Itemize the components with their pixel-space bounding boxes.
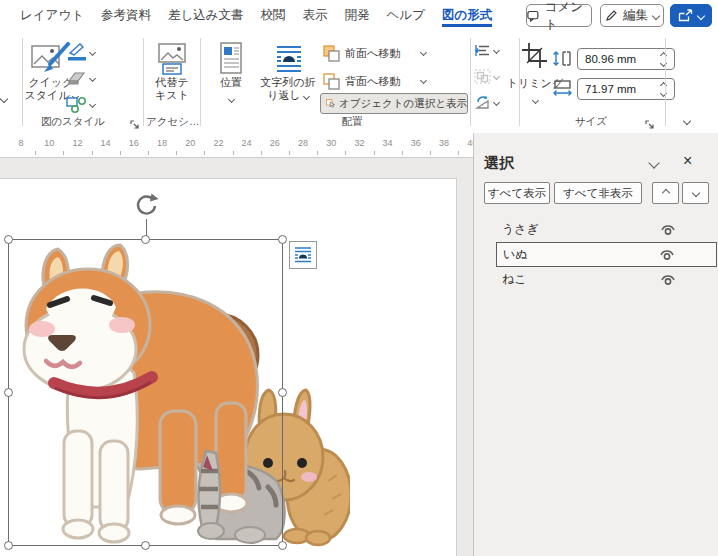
move-up-button[interactable] (652, 182, 679, 204)
ruler-number: 32 (350, 138, 368, 148)
layer-name: いぬ (497, 246, 658, 263)
ruler-number: 24 (238, 138, 256, 148)
wrap-text-button[interactable]: 文字列の折 り返し (252, 76, 324, 102)
rotate-objects-button[interactable] (474, 95, 491, 114)
rotate-handle[interactable] (133, 192, 160, 223)
picture-effects-button[interactable] (66, 69, 88, 91)
selection-pane-icon (326, 96, 335, 111)
position-label: 位置 (206, 76, 256, 89)
resize-handle-top-center[interactable] (141, 235, 150, 244)
document-canvas (0, 158, 473, 556)
picture-selection-rect[interactable] (8, 239, 283, 546)
chevron-down-icon[interactable] (89, 75, 96, 82)
resize-handle-middle-right[interactable] (278, 388, 287, 397)
tab-help[interactable]: ヘルプ (387, 3, 425, 27)
selection-task-pane: 選択 × すべて表示 すべて非表示 うさぎ いぬ ねこ (473, 133, 718, 556)
hide-all-button[interactable]: すべて非表示 (554, 182, 642, 204)
ruler-number: 28 (294, 138, 312, 148)
tab-picture-format[interactable]: 図の形式 (442, 3, 492, 27)
document-page[interactable] (0, 178, 457, 556)
alt-text-icon (158, 43, 188, 80)
chevron-down-icon[interactable] (89, 49, 96, 56)
tab-layout[interactable]: レイアウト (20, 3, 84, 27)
pane-title: 選択 (484, 154, 514, 173)
send-backward-button[interactable]: 背面へ移動 (323, 73, 400, 90)
ruler-tick (374, 151, 375, 155)
ruler-number: 16 (125, 138, 143, 148)
position-icon (220, 42, 242, 78)
dialog-launcher-icon[interactable] (645, 116, 655, 134)
layer-name: うさぎ (496, 221, 659, 238)
tab-review[interactable]: 校閲 (261, 3, 286, 27)
alt-text-button[interactable]: 代替テ キスト (142, 76, 202, 102)
visibility-eye-icon[interactable] (659, 272, 677, 287)
ruler-number: 40 (463, 138, 473, 148)
chevron-down-icon[interactable] (420, 49, 427, 56)
clipped-dropdown-chevron-icon[interactable] (0, 95, 8, 103)
layer-item-usagi[interactable]: うさぎ (496, 217, 717, 242)
tab-view[interactable]: 表示 (303, 3, 328, 27)
ruler-tick (345, 151, 346, 155)
resize-handle-bottom-center[interactable] (141, 541, 150, 550)
dialog-launcher-icon[interactable] (130, 116, 140, 134)
shape-width-value: 71.97 mm (578, 83, 656, 95)
bring-forward-label: 前面へ移動 (345, 47, 400, 60)
ruler[interactable]: 810121416182022242628303234363840 (0, 133, 473, 158)
layer-item-neko[interactable]: ねこ (496, 267, 717, 292)
tab-developer[interactable]: 開発 (345, 3, 370, 27)
ruler-tick (35, 151, 36, 155)
selection-pane-button[interactable]: オブジェクトの選択と表示 (320, 93, 468, 114)
ruler-number: 36 (407, 138, 425, 148)
picture-layout-button[interactable] (66, 95, 88, 117)
chevron-down-icon[interactable] (420, 77, 427, 84)
shape-height-field[interactable]: 80.96 mm (577, 48, 675, 70)
group-label-size: サイズ (563, 115, 619, 129)
resize-handle-top-right[interactable] (278, 235, 287, 244)
ruler-tick (176, 151, 177, 155)
ruler-number: 20 (181, 138, 199, 148)
shape-height-value: 80.96 mm (578, 53, 656, 65)
align-objects-button[interactable] (474, 43, 491, 62)
resize-handle-bottom-left[interactable] (4, 541, 13, 550)
pencil-icon (605, 9, 618, 22)
ruler-number: 34 (379, 138, 397, 148)
resize-handle-middle-left[interactable] (4, 388, 13, 397)
tab-mailings[interactable]: 差し込み文書 (168, 3, 244, 27)
visibility-eye-icon[interactable] (658, 247, 676, 262)
editing-mode-label: 編集 (623, 7, 648, 24)
position-button[interactable]: 位置 (206, 76, 256, 105)
wrap-text-label-2: り返し (267, 89, 301, 101)
visibility-eye-icon[interactable] (659, 222, 677, 237)
chevron-down-icon[interactable] (493, 47, 500, 54)
chevron-down-icon[interactable] (89, 101, 96, 108)
ruler-tick (261, 151, 262, 155)
pane-options-chevron-icon[interactable] (648, 157, 659, 168)
ruler-number: 8 (12, 138, 30, 148)
editing-mode-button[interactable]: 編集 (600, 4, 664, 27)
chevron-down-icon (227, 96, 234, 103)
bring-forward-button[interactable]: 前面へ移動 (323, 45, 400, 62)
show-all-button[interactable]: すべて表示 (484, 182, 550, 204)
ruler-tick (63, 151, 64, 155)
quick-styles-label-2: スタイル (24, 89, 69, 101)
ruler-number: 26 (266, 138, 284, 148)
pane-close-button[interactable]: × (683, 153, 692, 169)
share-button[interactable] (670, 4, 712, 27)
ruler-tick (317, 151, 318, 155)
move-down-button[interactable] (682, 182, 709, 204)
resize-handle-top-left[interactable] (4, 235, 13, 244)
shape-width-field[interactable]: 71.97 mm (577, 78, 675, 100)
wrap-text-icon (276, 45, 302, 77)
resize-handle-bottom-right[interactable] (278, 541, 287, 550)
picture-border-button[interactable] (66, 43, 88, 65)
group-label-accessibility: アクセシ… (146, 115, 198, 129)
collapse-ribbon-chevron-icon[interactable] (683, 117, 691, 125)
comments-button[interactable]: コメント (526, 4, 592, 27)
chevron-down-icon[interactable] (493, 99, 500, 106)
shape-width-icon (552, 80, 573, 101)
selection-pane-label: オブジェクトの選択と表示 (339, 97, 467, 111)
layout-options-button[interactable] (289, 241, 317, 269)
chevron-down-icon (652, 11, 660, 19)
layer-item-inu-selected[interactable]: いぬ (496, 242, 717, 267)
tab-references[interactable]: 参考資料 (101, 3, 151, 27)
